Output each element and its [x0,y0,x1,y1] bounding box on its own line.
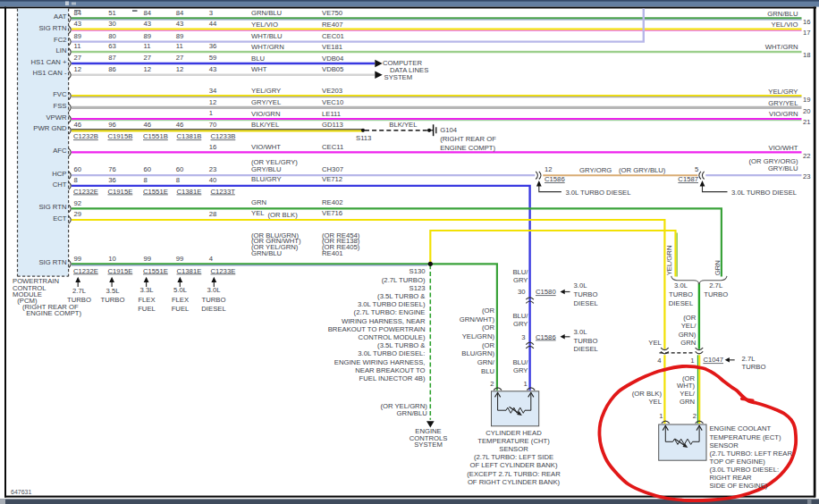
svg-text:2.7L: 2.7L [72,287,87,295]
svg-text:12: 12 [209,98,217,106]
svg-text:C1587: C1587 [678,175,698,183]
svg-text:RE402: RE402 [322,198,343,206]
svg-text:DIESEL: DIESEL [574,299,599,307]
svg-text:92: 92 [74,199,82,207]
svg-text:4: 4 [209,255,214,263]
svg-text:C1232E: C1232E [73,267,98,275]
svg-text:TOP OF ENGINE): TOP OF ENGINE) [709,458,765,466]
svg-text:40: 40 [209,176,217,184]
svg-text:YEL/GRN: YEL/GRN [665,246,673,276]
svg-text:76: 76 [108,165,116,173]
svg-text:23: 23 [803,172,811,181]
svg-text:60: 60 [176,165,184,173]
svg-text:YEL/VIO: YEL/VIO [251,21,278,29]
svg-text:86: 86 [108,65,116,73]
svg-text:51: 51 [108,9,116,17]
svg-text:AAT: AAT [54,13,67,21]
svg-text:96: 96 [108,121,116,129]
svg-text:12: 12 [74,65,82,73]
svg-text:RE407: RE407 [322,21,343,29]
svg-text:11: 11 [74,42,81,50]
svg-text:VE750: VE750 [322,9,342,17]
svg-text:C1381E: C1381E [177,188,202,196]
svg-text:WHT/BLU: WHT/BLU [251,32,283,40]
svg-text:ENGINE COMPT): ENGINE COMPT) [26,309,81,317]
svg-text:43: 43 [74,20,82,28]
svg-text:99: 99 [74,255,82,263]
svg-text:TEMPERATURE (ECT): TEMPERATURE (ECT) [709,433,781,441]
svg-text:(EXCEPT 2.7L TURBO: REAR: (EXCEPT 2.7L TURBO: REAR [467,470,561,478]
svg-text:5.0L: 5.0L [173,286,188,294]
svg-text:(OR: (OR [683,314,697,322]
svg-text:SIG RTN: SIG RTN [38,24,66,32]
svg-text:3.3L: 3.3L [140,286,155,294]
svg-text:WHT: WHT [251,65,267,73]
svg-text:C1233E: C1233E [211,267,236,275]
svg-text:BLK/YEL: BLK/YEL [251,121,280,129]
svg-text:FC2: FC2 [54,36,67,44]
svg-text:(2.7L TURBO: LEFT REAR: (2.7L TURBO: LEFT REAR [709,449,792,458]
svg-text:GRN: GRN [251,198,266,206]
svg-text:VIO/GRN: VIO/GRN [769,110,798,118]
svg-text:C1232E: C1232E [73,188,98,196]
svg-text:17: 17 [803,29,811,37]
svg-text:YEL/GRN): YEL/GRN) [462,332,495,340]
svg-text:27: 27 [144,54,152,62]
svg-text:84: 84 [176,9,184,17]
svg-text:OF LEFT CYLINDER BANK): OF LEFT CYLINDER BANK) [469,461,558,469]
svg-text:80: 80 [108,32,116,40]
svg-text:36: 36 [209,42,217,50]
svg-text:SIG RTN: SIG RTN [38,203,66,211]
svg-text:44: 44 [209,20,217,28]
svg-text:TURBO: TURBO [669,290,693,298]
svg-text:ENGINE COOLANT: ENGINE COOLANT [709,424,771,433]
svg-text:TURBO: TURBO [101,296,125,304]
svg-text:VE716: VE716 [322,209,342,217]
svg-text:TURBO: TURBO [574,290,598,298]
svg-text:36: 36 [108,176,116,184]
svg-text:GRN: GRN [680,398,695,406]
svg-text:YEL: YEL [251,209,265,217]
svg-text:34: 34 [209,87,217,95]
svg-text:C1580: C1580 [536,288,556,296]
svg-text:C1915B: C1915B [108,132,133,140]
svg-text:3: 3 [209,9,213,17]
svg-text:FUEL: FUEL [138,305,156,313]
svg-text:(2.7L TURBO: ENGINE: (2.7L TURBO: ENGINE [354,308,426,316]
svg-text:VDB04: VDB04 [322,55,344,63]
svg-text:(2.7L TURBO: LEFT SIDE: (2.7L TURBO: LEFT SIDE [474,453,553,461]
svg-text:C1381B: C1381B [177,132,202,140]
svg-text:RE401: RE401 [322,249,343,257]
svg-text:GRN/: GRN/ [477,358,495,366]
svg-text:5: 5 [695,165,698,173]
svg-text:CEC11: CEC11 [322,143,343,151]
svg-text:(OR GRY/BLU): (OR GRY/BLU) [619,166,666,174]
svg-text:4: 4 [657,357,662,365]
svg-text:(OR: (OR [482,323,495,332]
svg-text:43: 43 [144,20,152,28]
svg-text:SYSTEM: SYSTEM [384,73,413,81]
svg-text:10: 10 [108,255,116,263]
svg-text:3.0L TURBO DIESEL: 3.0L TURBO DIESEL [565,189,631,197]
svg-text:(OR: (OR [482,341,495,349]
svg-text:C1551B: C1551B [143,132,168,140]
svg-text:DIESEL: DIESEL [574,345,599,353]
svg-text:22: 22 [803,152,811,160]
svg-text:99: 99 [144,255,152,263]
svg-text:VPWR: VPWR [46,113,67,122]
svg-text:12: 12 [545,165,553,173]
svg-text:(OR BLK): (OR BLK) [267,211,298,219]
svg-text:LE111: LE111 [322,110,341,118]
svg-text:(OR: (OR [482,307,495,315]
svg-text:DIESEL: DIESEL [201,305,226,313]
svg-text:CEC01: CEC01 [322,32,344,40]
svg-text:SENSOR: SENSOR [709,441,739,449]
svg-text:23: 23 [209,165,217,173]
svg-text:HS1 CAN +: HS1 CAN + [31,58,67,66]
svg-text:3.0L TURBO DIESEL:: 3.0L TURBO DIESEL: [358,349,425,357]
svg-text:TEMPERATURE (CHT): TEMPERATURE (CHT) [477,437,550,445]
svg-text:FUEL INJECTOR 4B): FUEL INJECTOR 4B) [359,374,426,382]
svg-text:WHT/GRN: WHT/GRN [251,43,284,51]
svg-text:60: 60 [74,165,82,173]
svg-text:27: 27 [176,54,184,62]
